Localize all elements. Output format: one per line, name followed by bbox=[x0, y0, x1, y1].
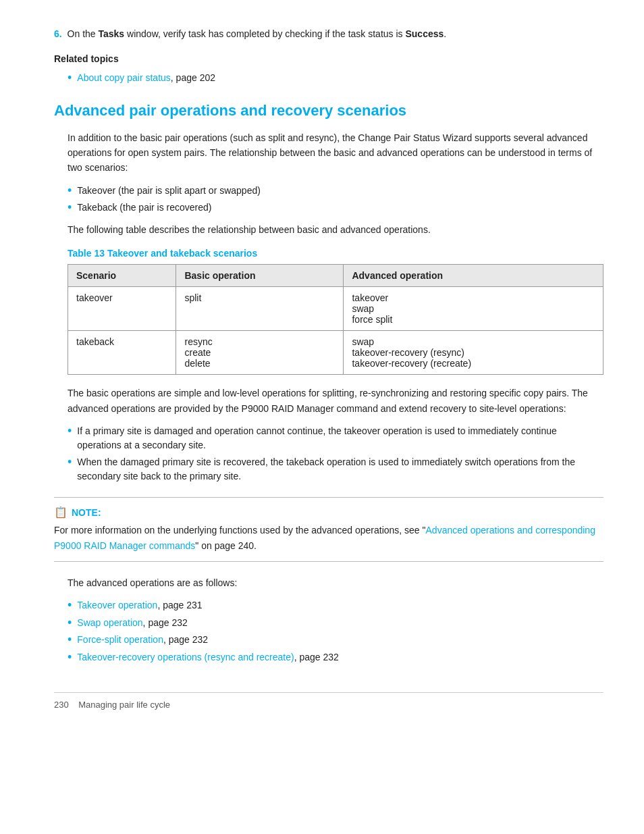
adv-link-suffix: , page 232 bbox=[143, 617, 188, 628]
bullet-dot: • bbox=[68, 71, 72, 86]
intro-paragraph: In addition to the basic pair operations… bbox=[68, 130, 603, 176]
bullet-text: Takeover (the pair is split apart or swa… bbox=[77, 184, 261, 199]
note-label: NOTE: bbox=[72, 507, 101, 518]
list-item: • Takeover-recovery operations (resync a… bbox=[68, 650, 603, 665]
success-bold: Success bbox=[405, 28, 444, 39]
col-advanced-op: Advanced operation bbox=[344, 265, 603, 287]
bullet-dot: • bbox=[68, 424, 72, 452]
list-item: • About copy pair status, page 202 bbox=[68, 71, 603, 86]
cell-scenario: takeback bbox=[68, 331, 176, 375]
bullet-text: When the damaged primary site is recover… bbox=[77, 455, 603, 484]
bullet-dot: • bbox=[68, 184, 72, 199]
list-item: • When the damaged primary site is recov… bbox=[68, 455, 603, 484]
advanced-ops-intro: The advanced operations are as follows: bbox=[68, 575, 603, 590]
cell-advanced: swaptakeover-recovery (resync)takeover-r… bbox=[344, 331, 603, 375]
related-link-suffix: , page 202 bbox=[171, 72, 215, 83]
related-topics-heading: Related topics bbox=[54, 53, 603, 64]
takeover-op-link[interactable]: Takeover operation bbox=[77, 600, 157, 610]
table-intro: The following table describes the relati… bbox=[68, 222, 603, 237]
table-row: takeover split takeoverswapforce split bbox=[68, 287, 603, 331]
force-split-op-link[interactable]: Force-split operation bbox=[77, 634, 163, 645]
bullet-dot: • bbox=[68, 598, 72, 613]
list-item: • If a primary site is damaged and opera… bbox=[68, 424, 603, 452]
note-text-after: " on page 240. bbox=[195, 540, 257, 551]
adv-link-item: Force-split operation, page 232 bbox=[77, 633, 208, 648]
list-item: • Force-split operation, page 232 bbox=[68, 633, 603, 648]
note-text-before: For more information on the underlying f… bbox=[54, 525, 426, 536]
adv-link-suffix: , page 232 bbox=[163, 634, 208, 645]
bullet-dot: • bbox=[68, 455, 72, 484]
cell-advanced: takeoverswapforce split bbox=[344, 287, 603, 331]
adv-link-suffix: , page 232 bbox=[294, 652, 339, 662]
related-link-item: About copy pair status, page 202 bbox=[77, 71, 215, 86]
page-number: 230 bbox=[54, 700, 69, 710]
cell-basic: split bbox=[176, 287, 344, 331]
note-text: For more information on the underlying f… bbox=[54, 523, 603, 553]
bullet-dot: • bbox=[68, 633, 72, 648]
scenario-bullets: • Takeover (the pair is split apart or s… bbox=[68, 184, 603, 215]
bullet-text: If a primary site is damaged and operati… bbox=[77, 424, 603, 452]
list-item: • Takeback (the pair is recovered) bbox=[68, 201, 603, 215]
body-bullets: • If a primary site is damaged and opera… bbox=[68, 424, 603, 484]
body-para-1: The basic operations are simple and low-… bbox=[68, 386, 603, 416]
list-item: • Swap operation, page 232 bbox=[68, 616, 603, 631]
list-item: • Takeover operation, page 231 bbox=[68, 598, 603, 613]
table-container: Scenario Basic operation Advanced operat… bbox=[68, 264, 603, 375]
adv-link-item: Takeover-recovery operations (resync and… bbox=[77, 650, 339, 665]
step-text-before: On the bbox=[68, 28, 99, 39]
takeover-recovery-op-link[interactable]: Takeover-recovery operations (resync and… bbox=[77, 652, 294, 662]
step-number: 6. bbox=[54, 28, 62, 39]
adv-link-item: Takeover operation, page 231 bbox=[77, 598, 202, 613]
table-caption: Table 13 Takeover and takeback scenarios bbox=[68, 248, 603, 259]
bullet-dot: • bbox=[68, 616, 72, 631]
cell-basic: resynccreatedelete bbox=[176, 331, 344, 375]
note-heading: 📋 NOTE: bbox=[54, 506, 603, 519]
note-box: 📋 NOTE: For more information on the unde… bbox=[54, 497, 603, 562]
step-6: 6. On the Tasks window, verify task has … bbox=[54, 27, 603, 41]
about-copy-pair-status-link[interactable]: About copy pair status bbox=[77, 72, 171, 83]
step-text-end: . bbox=[444, 28, 446, 39]
section-heading: Advanced pair operations and recovery sc… bbox=[54, 102, 603, 120]
bullet-dot: • bbox=[68, 201, 72, 215]
cell-scenario: takeover bbox=[68, 287, 176, 331]
bullet-dot: • bbox=[68, 650, 72, 665]
bullet-text: Takeback (the pair is recovered) bbox=[77, 201, 211, 215]
col-scenario: Scenario bbox=[68, 265, 176, 287]
list-item: • Takeover (the pair is split apart or s… bbox=[68, 184, 603, 199]
adv-link-item: Swap operation, page 232 bbox=[77, 616, 187, 631]
advanced-ops-list: • Takeover operation, page 231 • Swap op… bbox=[68, 598, 603, 664]
related-topics-list: • About copy pair status, page 202 bbox=[68, 71, 603, 86]
tasks-bold: Tasks bbox=[99, 28, 125, 39]
table-header-row: Scenario Basic operation Advanced operat… bbox=[68, 265, 603, 287]
step-text-middle: window, verify task has completed by che… bbox=[124, 28, 405, 39]
col-basic-op: Basic operation bbox=[176, 265, 344, 287]
note-icon: 📋 bbox=[54, 506, 68, 519]
table-row: takeback resynccreatedelete swaptakeover… bbox=[68, 331, 603, 375]
footer: 230 Managing pair life cycle bbox=[54, 692, 603, 710]
adv-link-suffix: , page 231 bbox=[157, 600, 202, 610]
footer-text: Managing pair life cycle bbox=[78, 700, 170, 710]
swap-op-link[interactable]: Swap operation bbox=[77, 617, 142, 628]
takeover-takeback-table: Scenario Basic operation Advanced operat… bbox=[68, 264, 603, 375]
